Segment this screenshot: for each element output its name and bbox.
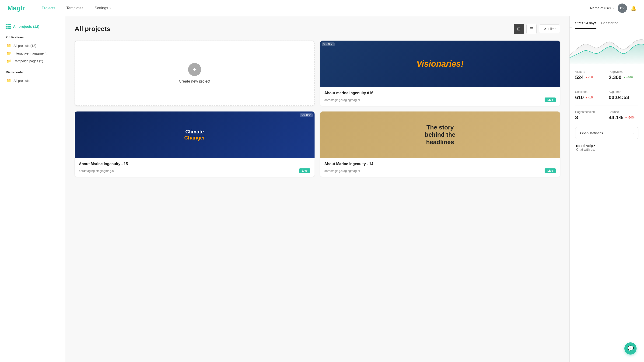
folder-icon: 📁 xyxy=(6,43,11,48)
project-name-climate: About Marine ingenuity - 15 xyxy=(79,162,310,166)
sidebar-section-micro: Micro content 📁 All projects xyxy=(6,70,60,84)
create-label: Create new project xyxy=(179,79,210,83)
nav-item-projects[interactable]: Projects xyxy=(36,0,61,16)
project-thumbnail-visionaries: Van Oord Visionaries! xyxy=(320,40,560,87)
grid-icon xyxy=(6,24,11,29)
sidebar-section-publications: Publications 📁 All projects (12) 📁 Inter… xyxy=(6,35,60,65)
metric-sessions-value: 610 ▼ -1% xyxy=(575,94,605,100)
main-nav: Projects Templates Settings ▾ xyxy=(36,0,590,16)
need-help: Need help? Chat with us. xyxy=(575,144,638,151)
logo[interactable]: Maglr xyxy=(8,4,25,12)
content-header: All projects ⊞ ☰ ⚗ Filter xyxy=(75,24,560,34)
live-badge-climate: Live xyxy=(299,168,310,173)
metric-sessions-label: Sessions xyxy=(575,90,605,93)
project-info-visionaries: About marine ingenuity #16 oordstaging.s… xyxy=(320,87,560,106)
bounce-change: ▼ -20% xyxy=(625,116,634,119)
project-grid: + Create new project Van Oord Visionarie… xyxy=(75,40,560,177)
metric-pageviews-value: 2.300 ▲ +30% xyxy=(609,74,639,80)
chat-button[interactable]: 💬 xyxy=(624,343,636,355)
project-url-visionaries: oordstaging.stagingmag.nl xyxy=(324,98,360,102)
list-view-button[interactable]: ☰ xyxy=(526,24,537,34)
nav-item-settings[interactable]: Settings ▾ xyxy=(89,0,116,16)
project-card-visionaries[interactable]: Van Oord Visionaries! About marine ingen… xyxy=(320,40,560,106)
project-card-climate[interactable]: Van Oord ClimateChanger About Marine ing… xyxy=(75,111,314,177)
project-name-visionaries: About marine ingenuity #16 xyxy=(324,91,556,95)
climate-title: ClimateChanger xyxy=(184,129,205,141)
metrics-grid: Visitors 524 ▼ -1% Pageviews 2.300 ▲ +30… xyxy=(575,70,638,80)
need-help-title: Need help? xyxy=(576,144,638,148)
metric-divider-1 xyxy=(575,85,638,85)
sidebar-item-all-projects[interactable]: 📁 All projects (12) xyxy=(6,42,60,49)
metric-pages-session: Pages/session 3 xyxy=(575,110,605,121)
nav-item-templates[interactable]: Templates xyxy=(61,0,89,16)
chevron-right-icon: › xyxy=(632,131,634,135)
pageviews-change: ▲ +30% xyxy=(623,76,634,79)
stats-metrics: Visitors 524 ▼ -1% Pageviews 2.300 ▲ +30… xyxy=(570,66,644,84)
stats-metrics-2: Sessions 610 ▼ -1% Avg. time 00:04:53 xyxy=(570,86,644,104)
bell-icon[interactable]: 🔔 xyxy=(631,5,636,11)
visionaries-text: Visionaries! xyxy=(416,59,464,69)
climate-text: ClimateChanger xyxy=(184,129,205,141)
page-title: All projects xyxy=(75,25,110,33)
sidebar-item-interactive-magazine[interactable]: 📁 Interactive magazine (... xyxy=(6,49,60,57)
need-help-subtitle: Chat with us. xyxy=(576,148,638,151)
headlines-text: The storybehind theheadlines xyxy=(421,120,459,149)
sidebar-section-title-publications: Publications xyxy=(6,35,60,39)
toolbar: ⊞ ☰ ⚗ Filter xyxy=(514,24,560,34)
filter-icon: ⚗ xyxy=(544,27,546,31)
stats-tabs: Stats 14 days Get started xyxy=(570,16,644,29)
metrics-grid-3: Pages/session 3 Bounce 44.1% ▼ -20% xyxy=(575,110,638,121)
sidebar-section-title-micro: Micro content xyxy=(6,70,60,74)
metric-bounce-label: Bounce xyxy=(609,110,639,114)
metric-avgtime-value: 00:04:53 xyxy=(609,94,639,100)
grid-view-button[interactable]: ⊞ xyxy=(514,24,524,34)
project-thumbnail-headlines: The storybehind theheadlines Van Oord xyxy=(320,111,560,158)
folder-icon: 📁 xyxy=(6,59,11,63)
header-right: Name of user ▾ CV 🔔 xyxy=(590,3,636,13)
stats-panel: › Stats 14 days Get started xyxy=(569,16,644,362)
metric-pages-session-value: 3 xyxy=(575,114,605,121)
project-url-headlines: oordstaging.stagingmag.nl xyxy=(324,169,360,173)
filter-button[interactable]: ⚗ Filter xyxy=(539,24,560,33)
metric-bounce: Bounce 44.1% ▼ -20% xyxy=(609,110,639,121)
sidebar-item-micro-all[interactable]: 📁 All projects xyxy=(6,77,60,84)
sessions-change: ▼ -1% xyxy=(585,96,593,99)
metric-pageviews: Pageviews 2.300 ▲ +30% xyxy=(609,70,639,80)
stats-chart xyxy=(570,29,644,66)
open-statistics-button[interactable]: Open statistics › xyxy=(575,127,638,139)
visitors-change: ▼ -1% xyxy=(585,76,593,79)
live-badge-headlines: Live xyxy=(544,168,556,173)
sidebar-all-projects[interactable]: All projects (12) xyxy=(6,24,60,29)
sidebar-item-campaign-pages[interactable]: 📁 Campaign pages (2) xyxy=(6,57,60,65)
metric-sessions: Sessions 610 ▼ -1% xyxy=(575,90,605,100)
main-layout: All projects (12) Publications 📁 All pro… xyxy=(0,16,644,362)
metric-divider-2 xyxy=(575,105,638,105)
user-menu[interactable]: Name of user ▾ xyxy=(590,6,614,10)
metric-avgtime: Avg. time 00:04:53 xyxy=(609,90,639,100)
project-info-climate: About Marine ingenuity - 15 oordstaging.… xyxy=(75,158,314,177)
metric-pages-session-label: Pages/session xyxy=(575,110,605,114)
metric-bounce-value: 44.1% ▼ -20% xyxy=(609,114,639,121)
project-meta-headlines: oordstaging.stagingmag.nl Live xyxy=(324,168,556,173)
project-info-headlines: About Marine ingenuity - 14 oordstaging.… xyxy=(320,158,560,177)
metric-visitors-value: 524 ▼ -1% xyxy=(575,74,605,80)
stats-toggle-button[interactable]: › xyxy=(569,19,572,27)
project-name-headlines: About Marine ingenuity - 14 xyxy=(324,162,556,166)
metrics-grid-2: Sessions 610 ▼ -1% Avg. time 00:04:53 xyxy=(575,90,638,100)
project-card-headlines[interactable]: The storybehind theheadlines Van Oord Ab… xyxy=(320,111,560,177)
folder-icon: 📁 xyxy=(6,51,11,55)
header: Maglr Projects Templates Settings ▾ Name… xyxy=(0,0,644,16)
project-meta-visionaries: oordstaging.stagingmag.nl Live xyxy=(324,97,556,102)
project-meta-climate: oordstaging.stagingmag.nl Live xyxy=(79,168,310,173)
metric-avgtime-label: Avg. time xyxy=(609,90,639,93)
tab-get-started[interactable]: Get started xyxy=(601,21,618,29)
van-oord-logo: Van Oord xyxy=(322,42,334,46)
metric-visitors: Visitors 524 ▼ -1% xyxy=(575,70,605,80)
van-oord-logo-2: Van Oord xyxy=(300,113,313,117)
metric-visitors-label: Visitors xyxy=(575,70,605,73)
create-plus-icon: + xyxy=(188,63,201,76)
avatar[interactable]: CV xyxy=(618,3,627,13)
tab-stats-14-days[interactable]: Stats 14 days xyxy=(575,21,596,29)
create-project-card[interactable]: + Create new project xyxy=(75,40,314,106)
folder-icon: 📁 xyxy=(6,78,11,83)
